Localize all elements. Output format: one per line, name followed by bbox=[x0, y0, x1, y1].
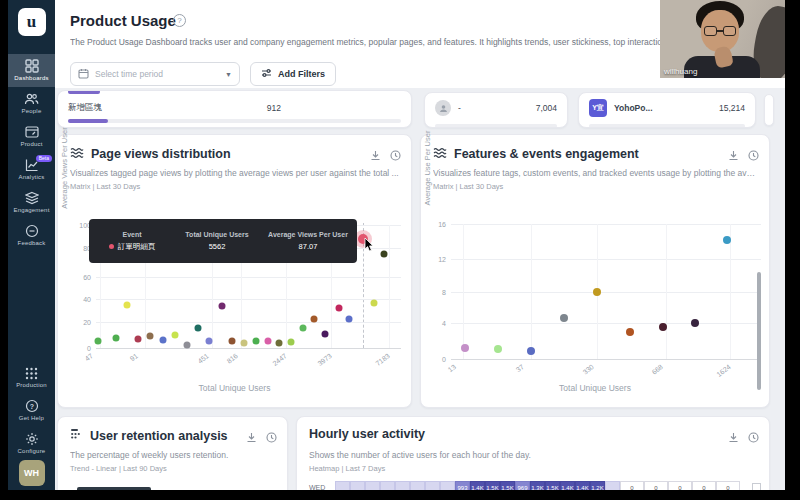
heatmap-cell[interactable]: 1.5K bbox=[500, 481, 515, 490]
download-icon[interactable] bbox=[728, 429, 739, 447]
sidebar-item-dashboards[interactable]: Dashboards bbox=[8, 54, 55, 87]
metric-card-new-block[interactable]: 新增區塊 912 bbox=[57, 90, 412, 128]
scatter-point[interactable] bbox=[380, 250, 387, 257]
heatmap-cell[interactable] bbox=[380, 481, 395, 490]
x-axis-label: Total Unique Users bbox=[58, 383, 411, 393]
scatter-point[interactable] bbox=[194, 325, 201, 332]
scatter-point[interactable] bbox=[160, 337, 167, 344]
sidebar-item-engagement[interactable]: Engagement bbox=[8, 186, 55, 219]
scatter-point[interactable] bbox=[95, 338, 102, 345]
heatmap-cell[interactable] bbox=[350, 481, 365, 490]
scatter-point[interactable] bbox=[113, 335, 120, 342]
scatter-point[interactable] bbox=[205, 338, 212, 345]
scatter-point[interactable] bbox=[183, 342, 190, 349]
gridline-y bbox=[451, 259, 761, 260]
heatmap-cell[interactable] bbox=[365, 481, 380, 490]
heatmap-cell[interactable]: 969 bbox=[515, 481, 530, 490]
x-tick-label: 668 bbox=[651, 363, 665, 376]
heatmap-cell[interactable] bbox=[395, 481, 410, 490]
glasses-lens bbox=[723, 26, 736, 36]
scatter-point[interactable] bbox=[560, 314, 568, 322]
metric-label: YohoPo... bbox=[614, 103, 712, 113]
scatter-point[interactable] bbox=[723, 236, 731, 244]
y-tick-label: 20 bbox=[83, 319, 91, 326]
user-avatar[interactable]: WH bbox=[19, 460, 45, 486]
scatter-point[interactable] bbox=[287, 339, 294, 346]
heatmap-cell[interactable]: 993 bbox=[455, 481, 470, 490]
scatter-point[interactable] bbox=[146, 333, 153, 340]
heatmap-cell[interactable]: 1.3K bbox=[530, 481, 545, 490]
sidebar-item-label: Product bbox=[20, 141, 42, 147]
sidebar-item-people[interactable]: People bbox=[8, 87, 55, 120]
progress-fill bbox=[68, 119, 108, 123]
scatter-point[interactable] bbox=[276, 340, 283, 347]
heatmap-cell[interactable]: 0 bbox=[692, 481, 716, 490]
history-clock-icon[interactable] bbox=[266, 429, 277, 447]
card-title: Hourly user activity bbox=[309, 427, 425, 441]
metric-card-2[interactable]: - 7,004 bbox=[424, 92, 568, 128]
scatter-point[interactable] bbox=[659, 323, 667, 331]
time-period-select[interactable]: Select time period ▼ bbox=[70, 62, 240, 86]
tooltip-users: 5562 bbox=[175, 242, 259, 252]
sidebar-item-production[interactable]: Production bbox=[8, 362, 55, 394]
sidebar-item-analytics[interactable]: Beta Analytics bbox=[8, 153, 55, 186]
scatter-point[interactable] bbox=[626, 328, 634, 336]
sidebar-item-product[interactable]: Product bbox=[8, 120, 55, 153]
scatter-point[interactable] bbox=[593, 288, 601, 296]
heatmap-cell[interactable]: 1.4K bbox=[575, 481, 590, 490]
scatter-point[interactable] bbox=[494, 345, 502, 353]
scatter-point[interactable] bbox=[124, 302, 131, 309]
download-icon[interactable] bbox=[370, 147, 381, 165]
scatter-point[interactable] bbox=[171, 332, 178, 339]
sidebar-item-configure[interactable]: Configure bbox=[8, 427, 55, 460]
scatter-point[interactable] bbox=[461, 344, 469, 352]
card-description: Visualizes feature tags, custom events, … bbox=[433, 168, 757, 178]
scrollbar-thumb[interactable] bbox=[757, 272, 761, 390]
scatter-point[interactable] bbox=[370, 300, 377, 307]
scatter-point[interactable] bbox=[311, 316, 318, 323]
heatmap-cell[interactable] bbox=[425, 481, 440, 490]
scatter-point[interactable] bbox=[691, 319, 699, 327]
sidebar-item-feedback[interactable]: Feedback bbox=[8, 219, 55, 252]
heatmap-cell[interactable]: 1.4K bbox=[560, 481, 575, 490]
title-help-icon[interactable]: ? bbox=[173, 14, 186, 27]
heatmap-cell[interactable]: 0 bbox=[716, 481, 740, 490]
heatmap-cell[interactable] bbox=[410, 481, 425, 490]
scatter-point[interactable] bbox=[135, 336, 142, 343]
download-icon[interactable] bbox=[246, 429, 257, 447]
scatter-point[interactable] bbox=[346, 316, 353, 323]
history-clock-icon[interactable] bbox=[748, 147, 759, 165]
y-tick-label: 16 bbox=[438, 221, 446, 228]
heatmap-cell[interactable]: 0 bbox=[620, 481, 644, 490]
download-icon[interactable] bbox=[728, 147, 739, 165]
page-title: Product Usage bbox=[70, 12, 176, 29]
scatter-point[interactable] bbox=[265, 338, 272, 345]
heatmap-cell[interactable]: 1.5K bbox=[485, 481, 500, 490]
heatmap-cell[interactable]: 1.5K bbox=[545, 481, 560, 490]
sidebar-item-label: Engagement bbox=[13, 207, 49, 213]
webcam-username: willhuang bbox=[664, 67, 697, 76]
scatter-point[interactable] bbox=[240, 340, 247, 347]
scatter-point[interactable] bbox=[218, 303, 225, 310]
app-logo[interactable]: u bbox=[18, 8, 46, 36]
heatmap-legend-box bbox=[752, 483, 761, 490]
heatmap-cell[interactable] bbox=[335, 481, 350, 490]
scatter-point[interactable] bbox=[300, 325, 307, 332]
sidebar-item-get-help[interactable]: ? Get Help bbox=[8, 394, 55, 427]
heatmap-cell[interactable]: 0 bbox=[644, 481, 668, 490]
yohopo-app-icon: Y宜 bbox=[589, 99, 607, 117]
scatter-point[interactable] bbox=[229, 338, 236, 345]
metric-card-yohopo[interactable]: Y宜 YohoPo... 15,214 bbox=[578, 92, 756, 128]
heatmap-cell[interactable] bbox=[605, 481, 620, 490]
heatmap-cell[interactable] bbox=[440, 481, 455, 490]
scatter-point[interactable] bbox=[253, 338, 260, 345]
heatmap-cell[interactable]: 1.2K bbox=[590, 481, 605, 490]
heatmap-cell[interactable]: 1.4K bbox=[470, 481, 485, 490]
scatter-point[interactable] bbox=[336, 305, 343, 312]
scatter-point[interactable] bbox=[322, 331, 329, 338]
heatmap-cell[interactable]: 0 bbox=[668, 481, 692, 490]
history-clock-icon[interactable] bbox=[748, 429, 759, 447]
add-filters-button[interactable]: Add Filters bbox=[250, 62, 336, 86]
scatter-point[interactable] bbox=[527, 347, 535, 355]
history-clock-icon[interactable] bbox=[390, 147, 401, 165]
